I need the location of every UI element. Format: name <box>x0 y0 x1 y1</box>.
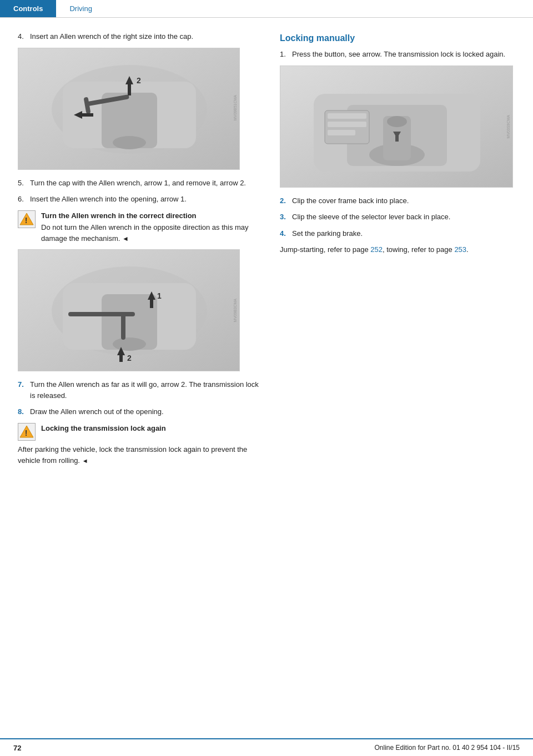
image-1: 2 MV09B51CMA <box>18 48 240 170</box>
warning-icon-2: ! <box>18 423 36 441</box>
main-content: 4. Insert an Allen wrench of the right s… <box>0 18 533 484</box>
svg-rect-39 <box>328 122 366 127</box>
towing-link[interactable]: 253 <box>454 245 466 254</box>
jump-start-link[interactable]: 252 <box>370 245 383 254</box>
warning-content-1: Turn the Allen wrench in the correct dir… <box>41 210 262 244</box>
section-heading-locking: Locking manually <box>280 33 515 43</box>
jump-start-reference: Jump-starting, refer to page 252, towing… <box>280 244 515 255</box>
warning-icon-1: ! <box>18 210 36 228</box>
step-8-text: Draw the Allen wrench out of the opening… <box>30 406 262 417</box>
right-step-2-number: 2. <box>280 195 289 206</box>
edition-text: Online Edition for Part no. 01 40 2 954 … <box>374 744 520 752</box>
right-step-2: 2. Clip the cover frame back into place. <box>280 195 515 206</box>
towing-label: , towing, refer to page <box>383 245 454 254</box>
warning-1-title: Turn the Allen wrench in the correct dir… <box>41 210 262 221</box>
left-column: 4. Insert an Allen wrench of the right s… <box>18 31 262 471</box>
image-2: MV03S9CMA <box>280 65 513 188</box>
svg-rect-8 <box>128 84 131 95</box>
right-step-4-number: 4. <box>280 228 289 239</box>
step-5-text: Turn the cap with the Allen wrench, arro… <box>30 178 262 189</box>
svg-point-34 <box>387 116 407 127</box>
svg-rect-11 <box>82 113 93 117</box>
right-step-1-number: 1. <box>280 49 289 60</box>
right-step-4: 4. Set the parking brake. <box>280 228 515 239</box>
image-2-watermark: MV03S9CMA <box>506 115 510 138</box>
step-5: 5. Turn the cap with the Allen wrench, a… <box>18 178 262 189</box>
svg-rect-38 <box>328 113 366 119</box>
warning-content-2: Locking the transmission lock again <box>41 423 262 435</box>
image-3: 1 2 MV09B3CMA <box>18 249 240 371</box>
warning-2-title: Locking the transmission lock again <box>41 423 262 434</box>
step-7: 7. Turn the Allen wrench as far as it wi… <box>18 379 262 401</box>
towing-end: . <box>466 245 469 254</box>
svg-rect-20 <box>121 312 125 340</box>
right-step-4-text: Set the parking brake. <box>292 228 515 239</box>
svg-text:1: 1 <box>157 291 162 300</box>
right-step-3-text: Clip the sleeve of the selector lever ba… <box>292 211 515 223</box>
svg-text:!: ! <box>25 216 28 225</box>
page-number: 72 <box>13 744 21 752</box>
step-7-number: 7. <box>18 379 27 401</box>
jump-start-label: Jump-starting, refer to page <box>280 245 370 254</box>
svg-point-4 <box>113 136 146 149</box>
step-4-text: Insert an Allen wrench of the right size… <box>30 31 262 42</box>
image-1-watermark: MV09B51CMA <box>233 95 237 120</box>
right-step-3: 3. Clip the sleeve of the selector lever… <box>280 211 515 223</box>
right-step-2-text: Clip the cover frame back into place. <box>292 195 515 206</box>
image-3-watermark: MV09B3CMA <box>233 299 237 322</box>
right-step-3-number: 3. <box>280 211 289 223</box>
header-driving-tab: Driving <box>56 0 105 17</box>
svg-point-18 <box>113 337 146 351</box>
step-8: 8. Draw the Allen wrench out of the open… <box>18 406 262 417</box>
step-8-number: 8. <box>18 406 27 417</box>
step-6: 6. Insert the Allen wrench into the open… <box>18 194 262 205</box>
header-controls-tab: Controls <box>0 0 56 17</box>
page-footer: 72 Online Edition for Part no. 01 40 2 9… <box>0 738 533 756</box>
step-4: 4. Insert an Allen wrench of the right s… <box>18 31 262 42</box>
step-5-number: 5. <box>18 178 27 189</box>
warning-2-body: After parking the vehicle, lock the tran… <box>18 444 262 466</box>
svg-text:2: 2 <box>137 76 141 85</box>
svg-rect-36 <box>395 132 399 142</box>
warning-1-body: Do not turn the Allen wrench in the oppo… <box>41 222 262 244</box>
warning-box-1: ! Turn the Allen wrench in the correct d… <box>18 210 262 244</box>
step-7-text: Turn the Allen wrench as far as it will … <box>30 379 262 401</box>
svg-rect-22 <box>150 300 153 308</box>
warning-block-2: ! Locking the transmission lock again <box>18 423 262 441</box>
step-6-number: 6. <box>18 194 27 205</box>
right-column: Locking manually 1. Press the button, se… <box>280 31 515 471</box>
svg-text:!: ! <box>25 429 28 437</box>
right-step-1: 1. Press the button, see arrow. The tran… <box>280 49 515 60</box>
page-header: Controls Driving <box>0 0 533 18</box>
step-6-text: Insert the Allen wrench into the opening… <box>30 194 262 205</box>
svg-text:2: 2 <box>127 354 132 362</box>
svg-rect-40 <box>328 130 355 135</box>
svg-rect-25 <box>119 355 123 362</box>
step-4-number: 4. <box>18 31 27 42</box>
right-step-1-text: Press the button, see arrow. The transmi… <box>292 49 515 60</box>
